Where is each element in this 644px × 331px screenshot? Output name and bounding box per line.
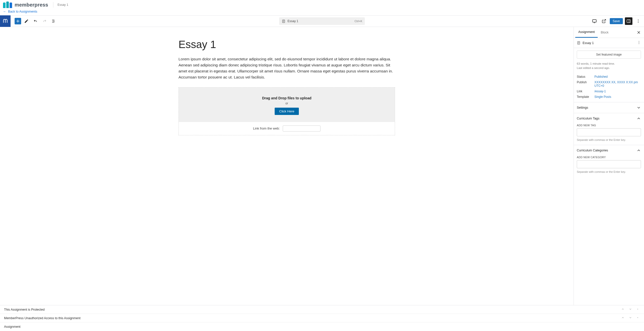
upload-or-label: or: [184, 102, 390, 105]
meta-box-title: This Assignment is Protected: [4, 308, 45, 311]
settings-sidebar: Assignment Block Essay 1 Set f: [574, 27, 644, 305]
view-button[interactable]: [591, 17, 598, 25]
post-title[interactable]: Essay 1: [178, 38, 395, 51]
tab-block[interactable]: Block: [598, 27, 612, 38]
section-settings-label: Settings: [577, 106, 588, 109]
editor-toolbar: Essay 1 Ctrl+K Save: [0, 15, 644, 27]
svg-point-22: [639, 42, 639, 43]
meta-box-title: MemberPress Unauthorized Access to this …: [4, 316, 81, 320]
add-tag-label: ADD NEW TAG: [577, 124, 641, 127]
settings-sidebar-toggle[interactable]: [625, 17, 632, 25]
svg-point-12: [638, 20, 638, 20]
brand-doc-title: Essay 1: [57, 3, 68, 7]
meta-box-row[interactable]: This Assignment is Protected: [0, 305, 644, 314]
divider: [53, 2, 53, 8]
block-inserter-button[interactable]: [15, 18, 21, 24]
svg-line-9: [603, 19, 605, 21]
upload-link-label: Link from the web:: [253, 127, 280, 130]
add-category-input[interactable]: [577, 160, 641, 168]
chevron-up-icon: [636, 116, 641, 121]
editor-canvas[interactable]: Essay 1 Lorem ipsum dolor sit amet, cons…: [0, 27, 574, 305]
section-settings-toggle[interactable]: Settings: [574, 102, 644, 113]
meta-box-row[interactable]: Assignment: [0, 322, 644, 331]
back-to-assignments-link[interactable]: ← Back to Assignments: [3, 10, 37, 13]
set-featured-image-button[interactable]: Set featured image: [577, 51, 641, 59]
file-upload-dropzone[interactable]: Drag and Drop files to upload or Click H…: [179, 88, 395, 122]
kv-publish-key: Publish: [577, 80, 594, 88]
svg-rect-7: [592, 20, 596, 22]
meta-move-down-button[interactable]: [628, 307, 633, 312]
kv-template-value[interactable]: Single Posts: [594, 95, 641, 99]
meta-toggle-button[interactable]: [635, 316, 640, 320]
upload-link-input[interactable]: [283, 126, 320, 132]
close-sidebar-button[interactable]: [635, 29, 642, 36]
post-body-paragraph[interactable]: Lorem ipsum dolor sit amet, consectetur …: [178, 56, 395, 80]
kv-status-key: Status: [577, 75, 594, 78]
upload-click-button[interactable]: Click Here: [275, 108, 299, 115]
chevron-up-icon: [636, 148, 641, 153]
meta-boxes: This Assignment is Protected MemberPress…: [0, 305, 644, 331]
meta-toggle-button[interactable]: [635, 307, 640, 312]
command-shortcut: Ctrl+K: [354, 20, 362, 23]
kv-publish-value[interactable]: XXXXXXXX XX, XXXX X:XX pm UTC+0: [594, 80, 641, 88]
app-menu-button[interactable]: [0, 15, 11, 27]
add-tag-input[interactable]: [577, 128, 641, 136]
save-button[interactable]: Save: [610, 18, 623, 24]
meta-move-up-button[interactable]: [620, 307, 625, 312]
add-tag-hint: Separate with commas or the Enter key.: [577, 138, 641, 141]
meta-move-down-button[interactable]: [628, 316, 633, 320]
preview-external-button[interactable]: [600, 17, 608, 25]
meta-move-up-button[interactable]: [620, 316, 625, 320]
file-upload-block: Drag and Drop files to upload or Click H…: [178, 87, 395, 135]
summary-actions-button[interactable]: [637, 40, 641, 45]
svg-point-14: [638, 22, 638, 23]
brand-bar: memberpress Essay 1: [0, 0, 644, 9]
command-doc-label: Essay 1: [288, 19, 298, 23]
svg-point-23: [639, 44, 639, 44]
chevron-down-icon: [636, 105, 641, 110]
document-icon: [282, 19, 285, 23]
command-palette-button[interactable]: Essay 1 Ctrl+K: [279, 17, 365, 25]
summary-doc-name: Essay 1: [583, 41, 635, 45]
kv-status-value[interactable]: Published: [594, 75, 641, 78]
kv-template-key: Template: [577, 95, 594, 99]
document-icon: [577, 41, 581, 45]
brand-name: memberpress: [15, 2, 48, 8]
section-tags-toggle[interactable]: Curriculum Tags: [574, 113, 644, 124]
back-link-label: Back to Assignments: [8, 10, 37, 13]
kv-link-value[interactable]: /essay-1: [594, 90, 641, 93]
add-category-hint: Separate with commas or the Enter key.: [577, 170, 641, 173]
meta-box-title: Assignment: [4, 325, 20, 328]
tab-assignment[interactable]: Assignment: [575, 27, 598, 38]
redo-button[interactable]: [41, 17, 48, 25]
stats-edited: Last edited a second ago.: [577, 66, 641, 70]
stats-words: 63 words, 1 minute read time.: [577, 62, 641, 66]
section-categories-toggle[interactable]: Curriculum Categories: [574, 145, 644, 156]
document-overview-button[interactable]: [50, 17, 57, 25]
brand-logo-icon: [3, 2, 12, 8]
tools-button[interactable]: [23, 17, 30, 25]
section-categories-label: Curriculum Categories: [577, 149, 608, 152]
undo-button[interactable]: [32, 17, 39, 25]
svg-point-21: [639, 41, 639, 42]
svg-rect-10: [627, 20, 630, 23]
arrow-left-icon: ←: [3, 10, 6, 13]
add-category-label: ADD NEW CATEGORY: [577, 156, 641, 159]
options-button[interactable]: [634, 17, 642, 25]
svg-point-13: [638, 21, 638, 21]
upload-dragdrop-label: Drag and Drop files to upload: [184, 96, 390, 100]
kv-link-key: Link: [577, 90, 594, 93]
meta-box-row[interactable]: MemberPress Unauthorized Access to this …: [0, 314, 644, 322]
section-tags-label: Curriculum Tags: [577, 117, 599, 120]
